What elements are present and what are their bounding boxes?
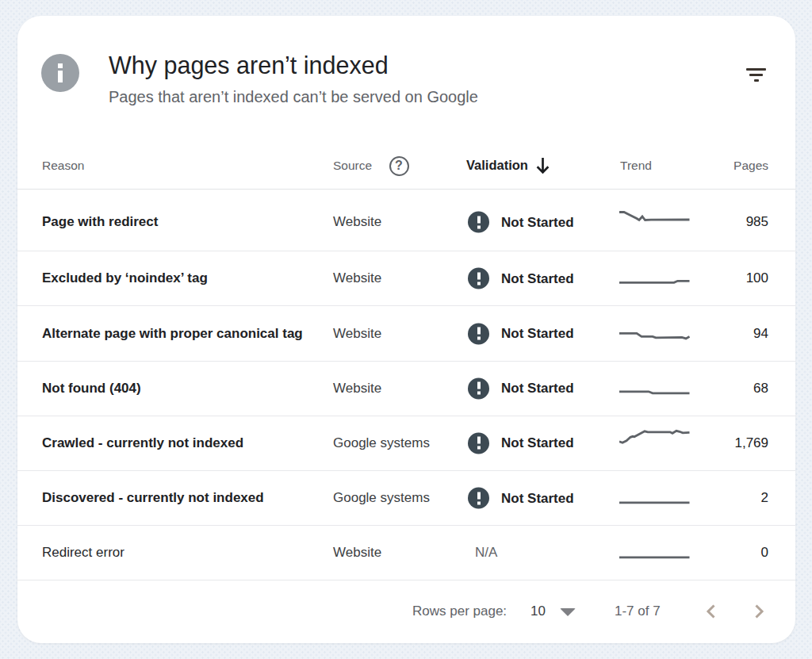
validation-cell: Not Started — [468, 212, 574, 233]
trend-sparkline — [619, 537, 690, 569]
validation-status: Not Started — [501, 435, 574, 451]
reason-cell: Crawled - currently not indexed — [42, 435, 243, 451]
filter-list-icon[interactable] — [746, 68, 766, 82]
validation-status: N/A — [475, 545, 497, 561]
column-header-source[interactable]: Source — [333, 158, 372, 174]
source-cell: Website — [333, 545, 381, 561]
rows-per-page-value[interactable]: 10 — [530, 603, 546, 619]
page-subtitle: Pages that aren’t indexed can’t be serve… — [109, 89, 478, 105]
column-header-pages[interactable]: Pages — [733, 158, 768, 174]
trend-sparkline — [619, 427, 690, 459]
next-page-button[interactable] — [752, 603, 766, 619]
trend-sparkline — [619, 262, 690, 294]
reason-cell: Page with redirect — [42, 214, 158, 230]
table-row[interactable]: Excluded by ‘noindex’ tag Website Not St… — [17, 251, 795, 306]
source-cell: Website — [333, 214, 381, 230]
pagination-range-label: 1-7 of 7 — [615, 603, 661, 619]
table-footer: Rows per page: 10 1-7 of 7 — [17, 580, 795, 643]
reason-cell: Alternate page with proper canonical tag — [42, 326, 303, 342]
reason-cell: Redirect error — [42, 545, 124, 561]
table-row[interactable]: Crawled - currently not indexed Google s… — [17, 416, 795, 471]
source-cell: Google systems — [333, 435, 430, 451]
trend-sparkline — [619, 204, 690, 236]
table-row[interactable]: Not found (404) Website Not Started 68 — [17, 362, 795, 416]
table-row[interactable]: Alternate page with proper canonical tag… — [17, 306, 795, 361]
not-started-icon — [468, 268, 489, 289]
table-row[interactable]: Discovered - currently not indexed Googl… — [17, 471, 795, 526]
help-icon[interactable]: ? — [389, 156, 409, 176]
rows-per-page-dropdown-icon[interactable] — [560, 608, 576, 616]
source-cell: Website — [333, 326, 381, 342]
not-started-icon — [468, 432, 489, 454]
validation-cell: Not Started — [468, 268, 574, 289]
table-row[interactable]: Page with redirect Website Not Started 9… — [17, 189, 795, 251]
column-header-reason[interactable]: Reason — [42, 158, 84, 174]
source-cell: Website — [333, 381, 381, 397]
pages-cell: 985 — [746, 214, 768, 230]
why-pages-arent-indexed-panel: Why pages aren’t indexed Pages that aren… — [17, 16, 795, 643]
validation-status: Not Started — [501, 270, 574, 286]
table-body: Page with redirect Website Not Started 9… — [17, 189, 795, 580]
pages-cell: 1,769 — [734, 435, 768, 451]
validation-status: Not Started — [501, 381, 574, 397]
validation-cell: N/A — [468, 545, 497, 561]
table-header: Reason Source ? Validation Trend Pages — [17, 135, 795, 189]
trend-sparkline — [619, 318, 690, 350]
not-started-icon — [468, 212, 489, 233]
pages-cell: 2 — [761, 490, 768, 506]
validation-status: Not Started — [501, 214, 574, 230]
reason-cell: Excluded by ‘noindex’ tag — [42, 270, 208, 286]
reason-cell: Not found (404) — [42, 381, 141, 397]
source-cell: Website — [333, 270, 381, 286]
source-cell: Google systems — [333, 490, 430, 506]
table-row[interactable]: Redirect error Website N/A 0 — [17, 526, 795, 580]
not-started-icon — [468, 488, 489, 509]
trend-sparkline — [619, 482, 690, 514]
page-title: Why pages aren’t indexed — [109, 53, 389, 78]
validation-status: Not Started — [501, 326, 574, 342]
pages-cell: 100 — [746, 270, 768, 286]
validation-cell: Not Started — [468, 488, 574, 509]
sort-descending-icon — [535, 156, 550, 174]
page: { "panel": { "title": "Why pages aren’t … — [0, 0, 812, 659]
rows-per-page-label: Rows per page: — [412, 603, 507, 619]
validation-cell: Not Started — [468, 323, 574, 344]
info-icon — [41, 54, 79, 92]
previous-page-button[interactable] — [704, 603, 718, 619]
column-header-validation[interactable]: Validation — [466, 157, 528, 173]
trend-sparkline — [619, 373, 690, 404]
pages-cell: 68 — [753, 381, 768, 397]
column-header-trend[interactable]: Trend — [620, 158, 652, 174]
validation-cell: Not Started — [468, 377, 574, 399]
pages-cell: 94 — [753, 326, 768, 342]
pages-cell: 0 — [761, 545, 768, 561]
reason-cell: Discovered - currently not indexed — [42, 490, 264, 506]
validation-status: Not Started — [501, 490, 574, 506]
validation-cell: Not Started — [468, 432, 574, 454]
not-started-icon — [468, 377, 489, 399]
not-started-icon — [468, 323, 489, 344]
